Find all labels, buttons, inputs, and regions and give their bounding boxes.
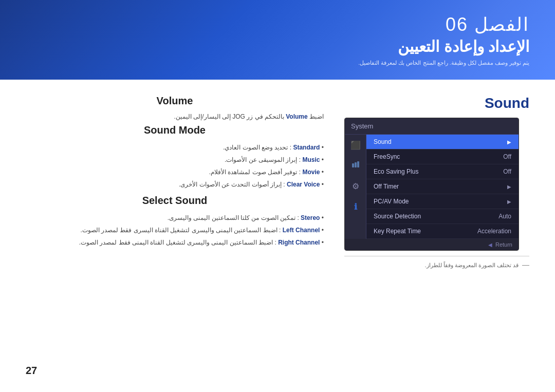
menu-item-keyrepeat: Key Repeat Time Acceleration bbox=[366, 224, 519, 239]
menu-item-label: FreeSync bbox=[374, 153, 400, 160]
menu-item-value: Off bbox=[503, 168, 511, 175]
menu-item-label: Source Detection bbox=[374, 213, 421, 220]
monitor-icon: ⬛ bbox=[345, 135, 366, 155]
select-sound-title: Select Sound bbox=[26, 195, 324, 207]
menu-item-source: Source Detection Auto bbox=[366, 209, 519, 224]
menu-item-label: Sound bbox=[374, 138, 392, 145]
menu-icons-row: ⬛ ⚙ ℹ So bbox=[345, 135, 519, 239]
svg-rect-0 bbox=[352, 163, 354, 167]
sound-mode-list: Standard : تحديد وضع الصوت العادي. Music… bbox=[26, 141, 324, 191]
clear-voice-label: Clear Voice bbox=[287, 181, 320, 188]
menu-item-eco: Eco Saving Plus Off bbox=[366, 164, 519, 179]
menu-item-label: Key Repeat Time bbox=[374, 228, 421, 235]
left-channel-label: Left Channel bbox=[283, 227, 320, 234]
header-subtitle: الإعداد وإعادة التعيين bbox=[358, 38, 529, 55]
volume-section: Volume اضبط Volume بالتحكم في زر JOG إلى… bbox=[26, 95, 324, 122]
stereo-label: Stereo bbox=[301, 214, 320, 221]
svg-rect-1 bbox=[355, 162, 357, 167]
info-icon: ℹ bbox=[345, 196, 366, 217]
header-banner: الفصل 06 الإعداد وإعادة التعيين يتم توفي… bbox=[0, 0, 555, 80]
sound-mode-section: Sound Mode Standard : تحديد وضع الصوت ال… bbox=[26, 124, 324, 191]
menu-item-value: Off bbox=[503, 153, 511, 160]
select-sound-section: Select Sound Stereo : تمكين الصوت من كلت… bbox=[26, 195, 324, 249]
volume-desc: اضبط Volume بالتحكم في زر JOG إلى اليسار… bbox=[26, 112, 324, 122]
list-item: Standard : تحديد وضع الصوت العادي. bbox=[26, 141, 324, 154]
right-content: Sound System ⬛ bbox=[344, 95, 529, 269]
chapter-label: الفصل 06 bbox=[358, 14, 529, 35]
sound-mode-title: Sound Mode bbox=[26, 124, 324, 136]
svg-rect-2 bbox=[357, 161, 359, 167]
network-icon bbox=[345, 155, 366, 176]
menu-item-sound: Sound ▶ bbox=[366, 135, 519, 150]
left-content: Volume اضبط Volume بالتحكم في زر JOG إلى… bbox=[26, 95, 334, 269]
page-number: 27 bbox=[26, 365, 37, 377]
header-text-block: الفصل 06 الإعداد وإعادة التعيين يتم توفي… bbox=[358, 14, 529, 66]
monitor-mockup: System ⬛ ⚙ ℹ bbox=[344, 118, 519, 251]
menu-item-label: Eco Saving Plus bbox=[374, 168, 418, 175]
note-marker: ― bbox=[522, 260, 529, 269]
menu-item-label: Off Timer bbox=[374, 183, 399, 190]
right-channel-label: Right Channel bbox=[278, 239, 320, 246]
music-label: Music bbox=[302, 156, 320, 163]
menu-icons-column: ⬛ ⚙ ℹ bbox=[345, 135, 366, 239]
return-label: Return bbox=[495, 241, 512, 248]
list-item: Right Channel : اضبط السماعتين اليمنى وا… bbox=[26, 236, 324, 249]
volume-title: Volume bbox=[26, 95, 324, 107]
menu-items-column: Sound ▶ FreeSync Off Eco Saving Plus Off bbox=[366, 135, 519, 239]
select-sound-list: Stereo : تمكين الصوت من كلتا السماعتين ا… bbox=[26, 212, 324, 249]
list-item: Movie : توفير أفضل صوت لمشاهدة الأفلام. bbox=[26, 166, 324, 178]
menu-item-arrow: ▶ bbox=[507, 184, 511, 190]
header-description: يتم توفير وصف مفصل لكل وظيفة. راجع المنت… bbox=[358, 60, 529, 66]
menu-footer: ◀ Return bbox=[345, 239, 519, 250]
main-content: Volume اضبط Volume بالتحكم في زر JOG إلى… bbox=[0, 80, 555, 279]
menu-item-value: Auto bbox=[498, 213, 511, 220]
menu-item-arrow: ▶ bbox=[507, 139, 511, 145]
settings-icon: ⚙ bbox=[345, 176, 366, 196]
list-item: Clear Voice : إبراز أصوات التحدث عن الأص… bbox=[26, 178, 324, 191]
return-arrow-icon: ◀ bbox=[488, 242, 492, 248]
menu-item-value: Acceleration bbox=[477, 228, 511, 235]
list-item: Stereo : تمكين الصوت من كلتا السماعتين ا… bbox=[26, 212, 324, 224]
list-item: Music : إبراز الموسيقى عن الأصوات. bbox=[26, 154, 324, 166]
menu-item-arrow: ▶ bbox=[507, 199, 511, 204]
list-item: Left Channel : اضبط السماعتين اليمنى وال… bbox=[26, 224, 324, 236]
menu-item-pcav: PC/AV Mode ▶ bbox=[366, 194, 519, 209]
standard-label: Standard bbox=[293, 144, 320, 151]
movie-label: Movie bbox=[302, 169, 320, 176]
volume-highlight: Volume bbox=[286, 113, 307, 120]
menu-item-offtimer: Off Timer ▶ bbox=[366, 179, 519, 194]
monitor-menu: System ⬛ ⚙ ℹ bbox=[345, 118, 519, 250]
menu-item-label: PC/AV Mode bbox=[374, 198, 409, 205]
note-text: قد تختلف الصورة المعروضة وفقاً للطراز. bbox=[425, 262, 519, 268]
note-section: ― قد تختلف الصورة المعروضة وفقاً للطراز. bbox=[344, 256, 529, 269]
menu-header: System bbox=[345, 118, 519, 135]
sound-section-title: Sound bbox=[344, 95, 529, 111]
menu-item-freesync: FreeSync Off bbox=[366, 150, 519, 164]
